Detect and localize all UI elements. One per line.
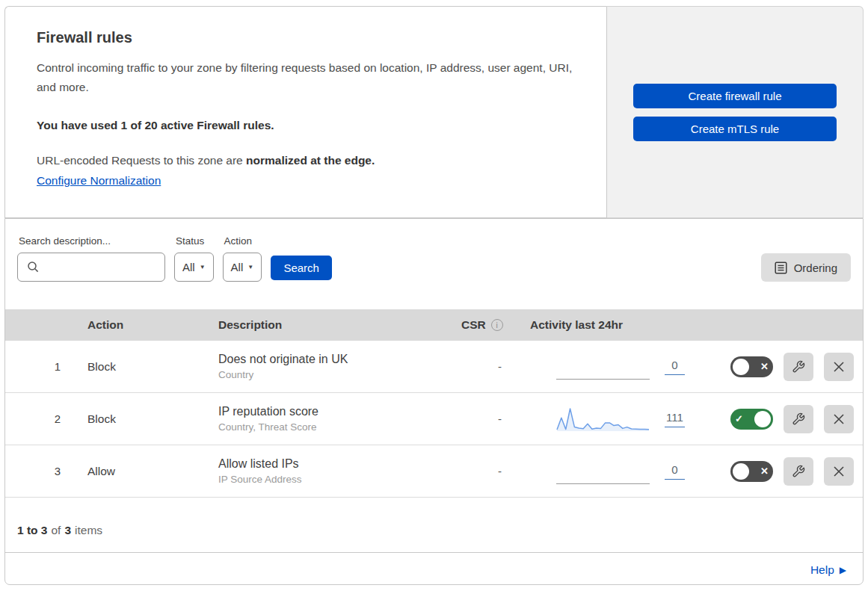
actions-panel: Create firewall rule Create mTLS rule: [606, 6, 864, 218]
wrench-icon: [792, 412, 805, 426]
edit-rule-button[interactable]: [784, 353, 813, 381]
rule-controls: ✕: [717, 457, 863, 486]
rule-description-cell: Does not originate in UK Country: [203, 353, 448, 380]
rule-activity-cell: 0: [530, 458, 717, 485]
ordering-button-label: Ordering: [794, 262, 837, 274]
close-icon: [833, 465, 845, 477]
activity-count-link[interactable]: 0: [665, 463, 685, 480]
items-range: 1 to 3: [17, 524, 47, 537]
status-dropdown-value: All: [182, 261, 195, 273]
rule-activity-cell: 111: [530, 406, 717, 433]
action-filter-field: Action All ▼: [223, 235, 262, 282]
x-icon: ✕: [760, 362, 769, 371]
rule-action: Block: [73, 360, 203, 374]
pagination-summary: 1 to 3 of 3 items: [5, 498, 863, 552]
rules-list-card: Search description... Status All ▼ Actio…: [4, 218, 864, 585]
rule-csr: -: [448, 360, 530, 373]
intro-card: Firewall rules Control incoming traffic …: [4, 6, 606, 218]
delete-rule-button[interactable]: [824, 457, 854, 486]
rule-fields: Country, Threat Score: [218, 421, 448, 433]
toggle-knob: [754, 411, 771, 427]
toggle-knob: [733, 463, 749, 480]
normalization-bold: normalized at the edge.: [246, 154, 375, 167]
rule-activity-cell: 0: [530, 353, 717, 380]
table-row: 2 Block IP reputation score Country, Thr…: [5, 393, 863, 445]
of-text: of: [51, 524, 61, 537]
table-header-row: Action Description CSR i Activity last 2…: [5, 309, 863, 341]
normalization-prefix: URL-encoded Requests to this zone are: [37, 154, 246, 167]
status-filter-field: Status All ▼: [174, 235, 214, 282]
help-link-label: Help: [810, 563, 834, 577]
rule-csr: -: [448, 465, 530, 477]
x-icon: ✕: [760, 466, 769, 476]
help-link[interactable]: Help ▶: [810, 563, 846, 577]
rule-description-cell: Allow listed IPs IP Source Address: [203, 457, 448, 485]
status-dropdown[interactable]: All ▼: [174, 253, 214, 282]
items-total: 3: [64, 524, 71, 537]
activity-count-link[interactable]: 111: [665, 411, 685, 427]
rule-priority: 3: [5, 465, 73, 477]
header-activity: Activity last 24hr: [530, 318, 717, 332]
enable-toggle[interactable]: ✓: [730, 409, 773, 430]
list-icon: [775, 262, 787, 274]
activity-count-link[interactable]: 0: [665, 359, 685, 375]
page-title: Firewall rules: [37, 29, 575, 46]
help-bar: Help ▶: [5, 552, 863, 587]
table-row: 1 Block Does not originate in UK Country…: [5, 341, 863, 393]
configure-normalization-link[interactable]: Configure Normalization: [37, 174, 161, 188]
delete-rule-button[interactable]: [824, 353, 854, 381]
rule-description: IP reputation score: [218, 405, 448, 418]
check-icon: ✓: [735, 414, 743, 424]
rule-priority: 1: [5, 360, 73, 373]
rule-action: Block: [73, 412, 203, 426]
close-icon: [833, 361, 845, 373]
search-field: Search description...: [17, 235, 165, 282]
activity-sparkline: [556, 458, 650, 485]
search-input[interactable]: [17, 253, 165, 282]
rule-action: Allow: [73, 465, 203, 478]
rule-description: Allow listed IPs: [218, 457, 448, 471]
header-csr: CSR i: [448, 318, 530, 332]
enable-toggle[interactable]: ✕: [730, 461, 773, 482]
chevron-down-icon: ▼: [247, 264, 253, 270]
chevron-down-icon: ▼: [200, 264, 206, 270]
ordering-button[interactable]: Ordering: [761, 253, 851, 282]
toggle-knob: [733, 359, 749, 375]
action-label: Action: [224, 235, 262, 247]
enable-toggle[interactable]: ✕: [730, 356, 773, 377]
create-mtls-rule-button[interactable]: Create mTLS rule: [633, 117, 837, 141]
rule-csr: -: [448, 412, 530, 425]
table-row: 3 Allow Allow listed IPs IP Source Addre…: [5, 445, 863, 498]
activity-sparkline: [556, 406, 650, 433]
search-label: Search description...: [19, 235, 165, 247]
edit-rule-button[interactable]: [784, 405, 813, 433]
wrench-icon: [792, 465, 805, 478]
edit-rule-button[interactable]: [784, 457, 813, 486]
header-action: Action: [73, 318, 203, 332]
search-icon: [27, 261, 40, 273]
firewall-rules-page: Firewall rules Control incoming traffic …: [0, 0, 868, 590]
usage-text: You have used 1 of 20 active Firewall ru…: [37, 119, 575, 132]
page-description: Control incoming traffic to your zone by…: [37, 58, 575, 98]
rule-controls: ✓: [717, 405, 863, 433]
rule-fields: IP Source Address: [218, 474, 448, 485]
search-button[interactable]: Search: [271, 256, 332, 280]
rule-description-cell: IP reputation score Country, Threat Scor…: [203, 405, 448, 433]
info-icon[interactable]: i: [491, 319, 503, 331]
rule-priority: 2: [5, 412, 73, 425]
arrow-right-icon: ▶: [840, 565, 846, 575]
delete-rule-button[interactable]: [824, 405, 854, 433]
wrench-icon: [792, 360, 805, 374]
status-label: Status: [176, 235, 214, 247]
items-text: items: [75, 524, 102, 537]
action-dropdown[interactable]: All ▼: [223, 253, 262, 282]
activity-sparkline: [556, 353, 650, 380]
action-dropdown-value: All: [231, 261, 244, 273]
header-description: Description: [203, 318, 448, 332]
create-firewall-rule-button[interactable]: Create firewall rule: [633, 84, 837, 108]
close-icon: [833, 413, 845, 425]
normalization-text: URL-encoded Requests to this zone are no…: [37, 154, 575, 167]
filter-bar: Search description... Status All ▼ Actio…: [5, 219, 863, 309]
top-section: Firewall rules Control incoming traffic …: [4, 6, 864, 218]
rule-controls: ✕: [717, 353, 863, 381]
